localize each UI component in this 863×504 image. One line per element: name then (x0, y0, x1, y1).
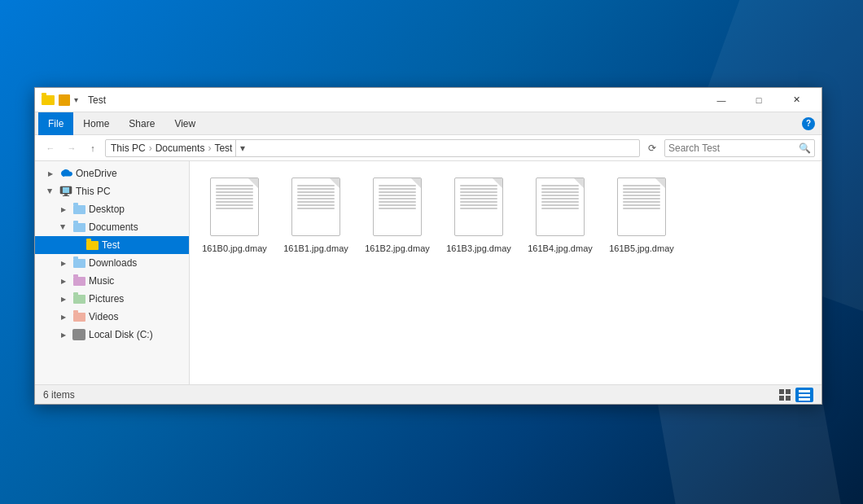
file-name-0: 161B0.jpg.dmay (202, 243, 267, 254)
file-item-5[interactable]: 161B5.jpg.dmay (605, 169, 678, 259)
file-name-4: 161B4.jpg.dmay (528, 243, 593, 254)
file-name-5: 161B5.jpg.dmay (609, 243, 674, 254)
window-controls: — □ ✕ (703, 88, 815, 112)
file-icon-4 (532, 174, 588, 239)
file-item-0[interactable]: 161B0.jpg.dmay (198, 169, 271, 259)
menu-bar: File Home Share View ? (35, 112, 821, 135)
sidebar-label-thispc: This PC (76, 186, 111, 197)
folder-title-icon (42, 94, 55, 107)
window-title: Test (88, 94, 703, 106)
expand-arrow-downloads: ▶ (58, 257, 69, 269)
sidebar-label-pictures: Pictures (89, 293, 124, 305)
minimize-button[interactable]: — (703, 88, 740, 112)
close-button[interactable]: ✕ (778, 88, 815, 112)
menu-tab-home[interactable]: Home (73, 112, 119, 135)
quick-access-icon (58, 94, 71, 107)
downloads-icon (72, 256, 85, 270)
title-bar: ▾ Test — □ ✕ (35, 88, 821, 112)
pictures-icon (72, 292, 85, 305)
sidebar-label-music: Music (89, 275, 114, 287)
refresh-button[interactable]: ⟳ (643, 139, 661, 157)
desktop-icon (72, 203, 85, 216)
svg-rect-1 (63, 187, 69, 193)
svg-rect-3 (63, 195, 69, 196)
music-icon (72, 274, 85, 287)
file-item-2[interactable]: 161B2.jpg.dmay (361, 169, 434, 259)
search-input[interactable] (668, 142, 795, 154)
up-button[interactable]: ↑ (84, 139, 102, 157)
help-icon[interactable]: ? (802, 117, 815, 130)
file-item-4[interactable]: 161B4.jpg.dmay (523, 169, 597, 259)
search-button[interactable]: 🔍 (799, 142, 811, 154)
documents-icon (72, 221, 85, 234)
breadcrumb-item-pc[interactable]: This PC (111, 142, 146, 154)
address-bar: ← → ↑ This PC › Documents › Test ▾ ⟳ 🔍 (35, 135, 821, 161)
expand-arrow-thispc: ▶ (45, 186, 56, 197)
sidebar-item-onedrive[interactable]: ▶ OneDrive (35, 164, 189, 182)
breadcrumb-sep-2: › (208, 142, 211, 154)
sidebar-item-videos[interactable]: ▶ Videos (35, 308, 189, 326)
drive-icon (72, 328, 85, 341)
explorer-window: ▾ Test — □ ✕ File Home Share View ? ← → … (34, 87, 822, 405)
search-box: 🔍 (664, 139, 815, 157)
sidebar-item-pictures[interactable]: ▶ Pictures (35, 290, 189, 308)
menu-tab-file[interactable]: File (38, 112, 73, 135)
forward-button[interactable]: → (63, 139, 81, 157)
file-name-3: 161B3.jpg.dmay (446, 243, 511, 254)
view-list-button[interactable] (795, 388, 813, 402)
menu-tab-view[interactable]: View (164, 112, 205, 135)
title-bar-icons: ▾ (42, 94, 78, 107)
sidebar-item-desktop[interactable]: ▶ Desktop (35, 200, 189, 218)
svg-rect-10 (799, 398, 810, 401)
sidebar: ▶ OneDrive ▶ This PC ▶ Deskto (35, 161, 190, 384)
expand-arrow-test (71, 239, 82, 251)
breadcrumb-item-docs[interactable]: Documents (156, 142, 205, 154)
sidebar-item-localdisk[interactable]: ▶ Local Disk (C:) (35, 326, 189, 344)
sidebar-label-videos: Videos (89, 311, 118, 322)
svg-rect-8 (799, 390, 810, 392)
sidebar-item-test[interactable]: Test (35, 236, 189, 254)
address-dropdown[interactable]: ▾ (235, 139, 248, 157)
file-icon-5 (614, 174, 669, 239)
sidebar-label-onedrive: OneDrive (76, 168, 117, 179)
expand-arrow-videos: ▶ (58, 311, 69, 322)
view-grid-button[interactable] (776, 388, 794, 402)
sidebar-item-documents[interactable]: ▶ Documents (35, 218, 189, 236)
expand-arrow-music: ▶ (58, 275, 69, 287)
pin-icon: ▾ (74, 95, 78, 104)
file-name-2: 161B2.jpg.dmay (365, 243, 430, 254)
sidebar-label-downloads: Downloads (89, 257, 137, 269)
status-item-count: 6 items (43, 389, 776, 401)
file-icon-0 (207, 174, 262, 239)
expand-arrow-pictures: ▶ (58, 293, 69, 305)
svg-rect-4 (779, 389, 784, 394)
view-buttons (776, 388, 813, 402)
file-area: 161B0.jpg.dmay 161B1.jpg.dmay (190, 161, 821, 384)
expand-arrow-documents: ▶ (58, 221, 69, 233)
file-item-1[interactable]: 161B1.jpg.dmay (279, 169, 353, 259)
file-icon-2 (370, 174, 425, 239)
breadcrumb-sep-1: › (149, 142, 152, 154)
test-folder-icon (85, 239, 99, 252)
videos-icon (72, 310, 85, 323)
expand-arrow-onedrive: ▶ (45, 168, 56, 179)
back-button[interactable]: ← (42, 139, 59, 157)
svg-rect-9 (799, 394, 810, 397)
sidebar-item-thispc[interactable]: ▶ This PC (35, 182, 189, 200)
expand-arrow-localdisk: ▶ (58, 329, 69, 340)
file-icon-3 (451, 174, 506, 239)
sidebar-item-music[interactable]: ▶ Music (35, 272, 189, 290)
breadcrumb-item-test[interactable]: Test (214, 142, 232, 154)
file-name-1: 161B1.jpg.dmay (283, 243, 348, 254)
sidebar-item-downloads[interactable]: ▶ Downloads (35, 254, 189, 272)
maximize-button[interactable]: □ (740, 88, 778, 112)
svg-rect-7 (786, 396, 791, 401)
menu-tab-share[interactable]: Share (119, 112, 164, 135)
file-icon-1 (288, 174, 344, 239)
main-area: ▶ OneDrive ▶ This PC ▶ Deskto (35, 161, 821, 384)
breadcrumb: This PC › Documents › Test ▾ (105, 139, 640, 157)
file-item-3[interactable]: 161B3.jpg.dmay (442, 169, 515, 259)
svg-rect-5 (786, 389, 791, 394)
sidebar-label-localdisk: Local Disk (C:) (89, 329, 153, 340)
sidebar-label-test: Test (102, 239, 120, 251)
